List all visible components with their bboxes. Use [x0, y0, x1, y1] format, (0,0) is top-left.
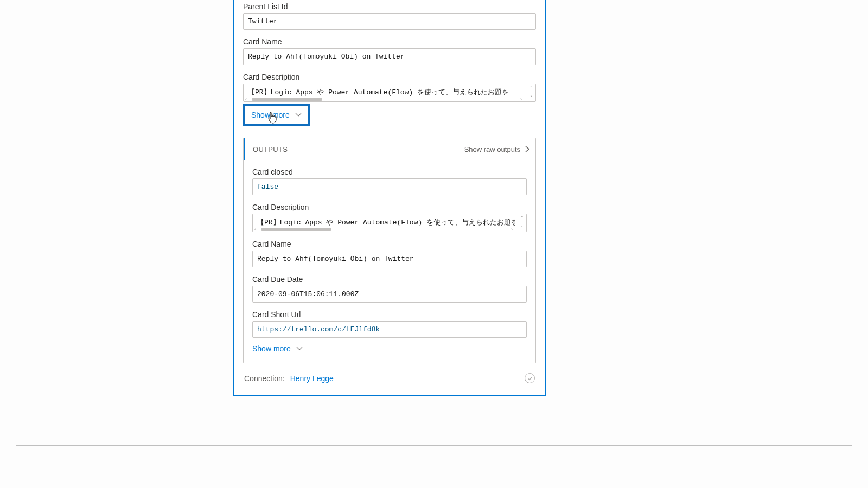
label-card-short-url: Card Short Url: [252, 310, 527, 319]
outputs-section: OUTPUTS Show raw outputs Card closed fal…: [243, 138, 536, 363]
show-raw-outputs-button[interactable]: Show raw outputs: [464, 145, 530, 153]
chevron-right-icon[interactable]: ›: [520, 97, 525, 101]
value-parent-list-id[interactable]: Twitter: [243, 13, 536, 30]
chevron-down-icon: [295, 112, 302, 118]
value-card-short-url[interactable]: https://trello.com/c/LEJlfd8k: [252, 321, 527, 338]
label-input-card-description: Card Description: [243, 73, 536, 81]
connection-label: Connection:: [244, 374, 285, 383]
chevron-down-icon[interactable]: ˅: [527, 94, 535, 101]
h-scroll-thumb[interactable]: [261, 228, 331, 231]
value-card-closed[interactable]: false: [252, 178, 527, 195]
chevron-right-icon[interactable]: ›: [511, 227, 515, 232]
label-output-card-description: Card Description: [252, 203, 527, 211]
chevron-up-icon[interactable]: ˄: [518, 215, 526, 221]
label-input-card-name: Card Name: [243, 37, 536, 46]
h-scrollbar[interactable]: ‹ ›: [245, 97, 525, 101]
outputs-title: OUTPUTS: [253, 145, 288, 153]
connection-row: Connection: Henry Legge: [234, 363, 545, 392]
chevron-up-icon[interactable]: ˄: [527, 85, 535, 91]
outputs-header: OUTPUTS Show raw outputs: [244, 138, 535, 160]
label-card-closed: Card closed: [252, 168, 527, 176]
v-scrollbar[interactable]: ˄ ˅: [518, 215, 526, 231]
label-card-due-date: Card Due Date: [252, 275, 527, 284]
inputs-section: Parent List Id Twitter Card Name Reply t…: [234, 2, 545, 129]
value-input-card-name[interactable]: Reply to Ahf(Tomoyuki Obi) on Twitter: [243, 48, 536, 65]
chevron-right-icon: [525, 145, 530, 153]
chevron-down-icon: [296, 346, 303, 351]
show-more-label: Show more: [252, 344, 291, 353]
v-scrollbar[interactable]: ˄ ˅: [527, 85, 535, 101]
checkmark-icon: [525, 373, 535, 383]
show-more-label: Show more: [251, 111, 290, 119]
value-input-card-description[interactable]: 【PR】Logic Apps や Power Automate(Flow) を使…: [243, 84, 536, 102]
label-output-card-name: Card Name: [252, 240, 527, 248]
connection-name-link[interactable]: Henry Legge: [290, 374, 334, 383]
show-more-inputs-button[interactable]: Show more: [243, 104, 310, 126]
h-scrollbar[interactable]: ‹ ›: [254, 227, 515, 232]
h-scroll-thumb[interactable]: [252, 98, 322, 101]
value-card-due-date[interactable]: 2020-09-06T15:06:11.000Z: [252, 286, 527, 303]
chevron-left-icon[interactable]: ‹: [245, 97, 250, 101]
show-more-outputs-button[interactable]: Show more: [252, 338, 310, 359]
label-parent-list-id: Parent List Id: [243, 2, 536, 11]
value-output-card-description[interactable]: 【PR】Logic Apps や Power Automate(Flow) を使…: [252, 214, 527, 232]
show-raw-outputs-label: Show raw outputs: [464, 145, 520, 153]
chevron-down-icon[interactable]: ˅: [518, 224, 526, 231]
chevron-left-icon[interactable]: ‹: [254, 227, 259, 232]
action-details-card: Parent List Id Twitter Card Name Reply t…: [233, 0, 546, 396]
value-output-card-name[interactable]: Reply to Ahf(Tomoyuki Obi) on Twitter: [252, 251, 527, 267]
divider: [16, 445, 852, 446]
